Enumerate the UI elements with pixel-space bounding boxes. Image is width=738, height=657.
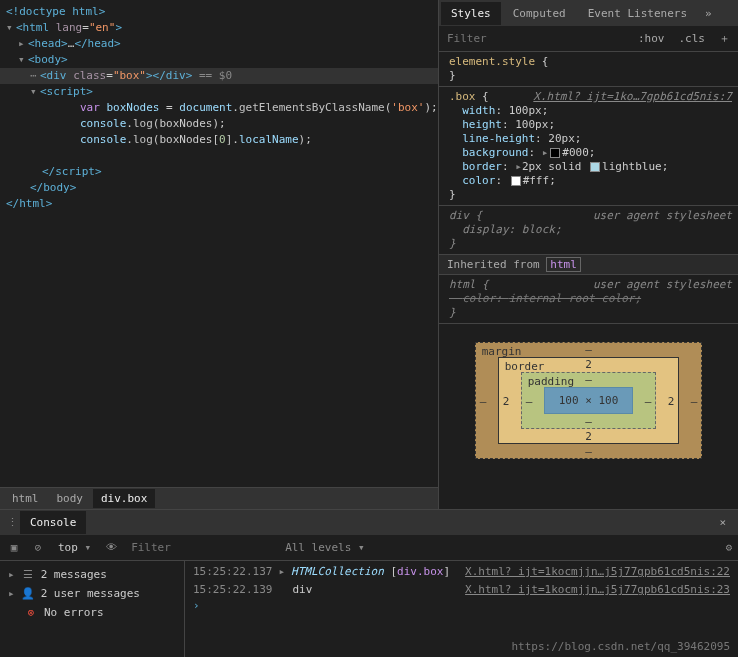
chevron-down-icon: ▾ xyxy=(85,541,92,554)
console-sidebar: ▸☰2 messages ▸👤2 user messages ⊗No error… xyxy=(0,561,185,657)
style-rules: element.style { } .box {X.html? ijt=1ko…… xyxy=(439,52,738,509)
cls-toggle[interactable]: .cls xyxy=(675,32,710,45)
bm-content[interactable]: 100 × 100 xyxy=(544,387,634,414)
bm-padding[interactable]: padding –– –– 100 × 100 xyxy=(521,372,657,429)
color-swatch[interactable] xyxy=(550,148,560,158)
expand-icon[interactable]: ▸ xyxy=(542,146,549,159)
crumb-html[interactable]: html xyxy=(4,489,47,508)
source-link[interactable]: X.html? ijt=1kocmjjn…j5j77gpb61cd5nis:23 xyxy=(465,582,730,598)
source-link[interactable]: X.html? ijt=1kocmjjn…j5j77gpb61cd5nis:22 xyxy=(465,564,730,580)
styles-filter-input[interactable] xyxy=(443,32,628,45)
breadcrumb: html body div.box xyxy=(0,487,438,509)
bm-border[interactable]: border 22 22 padding –– –– 100 × 100 xyxy=(498,357,680,444)
expand-arrow[interactable]: ▸ xyxy=(278,564,285,580)
user-icon: 👤 xyxy=(21,587,35,600)
sidebar-messages[interactable]: ▸☰2 messages xyxy=(0,565,184,584)
expand-icon[interactable]: ▸ xyxy=(515,160,522,173)
bm-margin[interactable]: margin –– –– border 22 22 padding –– –– … xyxy=(475,342,703,459)
chevron-down-icon: ▾ xyxy=(358,541,365,554)
rule-div-ua[interactable]: div {user agent stylesheet display: bloc… xyxy=(439,206,738,255)
expand-arrow[interactable]: ▸ xyxy=(8,587,15,600)
add-rule-icon[interactable]: ＋ xyxy=(715,31,734,46)
close-icon[interactable]: × xyxy=(711,516,734,529)
dom-tree[interactable]: <!doctype html> ▾<html lang="en"> ▸<head… xyxy=(0,0,438,487)
rule-box[interactable]: .box {X.html? ijt=1ko…7gpb61cd5nis:7 wid… xyxy=(439,87,738,206)
styles-filter-row: :hov .cls ＋ xyxy=(439,26,738,52)
tab-styles[interactable]: Styles xyxy=(441,2,501,25)
expand-arrow[interactable]: ▸ xyxy=(8,568,15,581)
rule-element-style[interactable]: element.style { } xyxy=(439,52,738,87)
crumb-body[interactable]: body xyxy=(49,489,92,508)
elements-panel: <!doctype html> ▾<html lang="en"> ▸<head… xyxy=(0,0,438,509)
console-prompt[interactable]: › xyxy=(185,599,738,612)
levels-select[interactable]: All levels ▾ xyxy=(285,541,364,554)
sidebar-errors[interactable]: ⊗No errors xyxy=(0,603,184,622)
drawer-toggle-icon[interactable]: ⋮ xyxy=(4,516,20,529)
tab-console[interactable]: Console xyxy=(20,511,86,534)
tab-computed[interactable]: Computed xyxy=(503,2,576,25)
console-tabs: ⋮ Console × xyxy=(0,509,738,535)
expand-arrow[interactable]: ▾ xyxy=(18,52,28,68)
context-select[interactable]: top ▾ xyxy=(54,541,95,554)
expand-arrow[interactable]: ▾ xyxy=(6,20,16,36)
error-icon: ⊗ xyxy=(24,606,38,619)
rule-html-ua[interactable]: html {user agent stylesheet color: inter… xyxy=(439,275,738,324)
tab-events[interactable]: Event Listeners xyxy=(578,2,697,25)
box-model: margin –– –– border 22 22 padding –– –– … xyxy=(439,324,738,469)
crumb-divbox[interactable]: div.box xyxy=(93,489,155,508)
hov-toggle[interactable]: :hov xyxy=(634,32,669,45)
color-swatch[interactable] xyxy=(511,176,521,186)
console-output: 15:25:22.137 ▸ HTMLCollection [div.box] … xyxy=(185,561,738,657)
selected-node[interactable]: ⋯<div class="box"></div> == $0 xyxy=(0,68,438,84)
styles-tabs: Styles Computed Event Listeners » xyxy=(439,0,738,26)
tabs-more-icon[interactable]: » xyxy=(699,7,718,20)
gear-icon[interactable]: ⚙ xyxy=(725,541,732,554)
rule-source-link[interactable]: X.html? ijt=1ko…7gpb61cd5nis:7 xyxy=(533,90,732,104)
doctype: <!doctype html> xyxy=(6,5,105,18)
styles-panel: Styles Computed Event Listeners » :hov .… xyxy=(438,0,738,509)
sidebar-toggle-icon[interactable]: ▣ xyxy=(6,541,22,554)
clear-console-icon[interactable]: ⊘ xyxy=(30,541,46,554)
expand-arrow[interactable]: ▸ xyxy=(18,36,28,52)
expand-arrow[interactable]: ▾ xyxy=(30,84,40,100)
sidebar-user-messages[interactable]: ▸👤2 user messages xyxy=(0,584,184,603)
watermark: https://blog.csdn.net/qq_39462095 xyxy=(511,640,730,653)
log-row[interactable]: 15:25:22.137 ▸ HTMLCollection [div.box] … xyxy=(185,563,738,581)
message-icon: ☰ xyxy=(21,568,35,581)
console-toolbar: ▣ ⊘ top ▾ 👁 All levels ▾ ⚙ xyxy=(0,535,738,561)
eye-icon[interactable]: 👁 xyxy=(103,541,119,554)
color-swatch[interactable] xyxy=(590,162,600,172)
inherited-from: Inherited from html xyxy=(439,255,738,275)
console-filter-input[interactable] xyxy=(127,541,277,554)
log-row[interactable]: 15:25:22.139 div X.html? ijt=1kocmjjn…j5… xyxy=(185,581,738,599)
